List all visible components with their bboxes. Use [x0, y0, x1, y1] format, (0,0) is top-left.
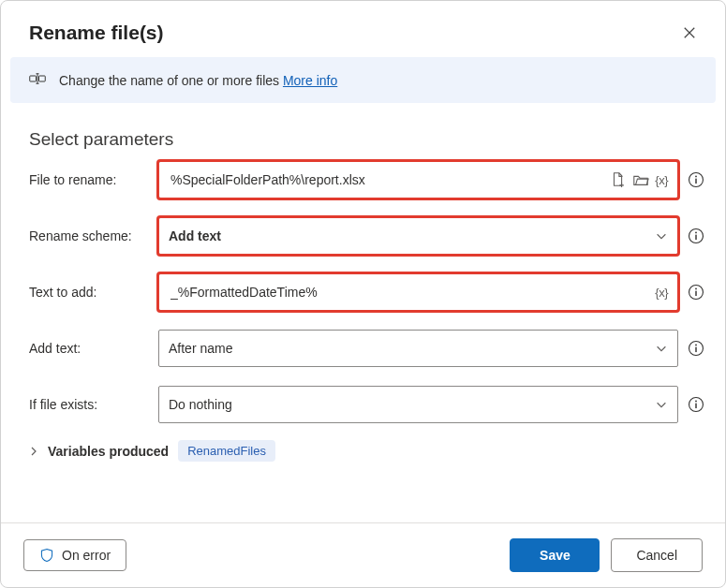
variable-chip[interactable]: RenamedFiles [178, 440, 275, 462]
info-rename-scheme[interactable] [688, 228, 704, 244]
svg-rect-0 [30, 76, 37, 81]
dialog-footer: On error Save Cancel [1, 522, 725, 587]
if-file-exists-value: Do nothing [169, 397, 655, 412]
file-field-icons: {x} [610, 171, 668, 188]
svg-rect-7 [695, 235, 696, 240]
row-file-to-rename: File to rename: {x} [29, 161, 704, 198]
svg-rect-4 [695, 179, 696, 184]
row-rename-scheme: Rename scheme: Add text [29, 217, 704, 255]
row-text-to-add: Text to add: {x} [29, 273, 704, 311]
on-error-button[interactable]: On error [23, 539, 126, 571]
rename-files-dialog: Rename file(s) Change the name of one or… [0, 0, 726, 588]
folder-picker-icon[interactable] [632, 171, 649, 188]
svg-rect-1 [39, 76, 46, 81]
svg-point-9 [695, 288, 697, 290]
info-if-file-exists[interactable] [688, 396, 704, 413]
svg-point-15 [695, 401, 697, 403]
label-file-to-rename: File to rename: [29, 172, 149, 187]
banner-text-content: Change the name of one or more files [59, 73, 283, 88]
label-text-to-add: Text to add: [29, 285, 149, 300]
variable-picker-icon[interactable]: {x} [655, 173, 668, 187]
section-title: Select parameters [1, 103, 725, 157]
info-file-to-rename[interactable] [688, 171, 704, 188]
variables-produced-label: Variables produced [48, 444, 169, 459]
cancel-button[interactable]: Cancel [611, 538, 703, 572]
svg-point-6 [695, 232, 697, 234]
svg-point-3 [695, 176, 697, 178]
svg-rect-16 [695, 404, 696, 408]
rename-scheme-select[interactable]: Add text [158, 217, 678, 255]
chevron-down-icon [655, 398, 668, 411]
label-if-file-exists: If file exists: [29, 397, 149, 412]
dialog-header: Rename file(s) [1, 1, 725, 57]
if-file-exists-select[interactable]: Do nothing [158, 386, 678, 423]
svg-point-12 [695, 345, 697, 346]
file-to-rename-input[interactable]: {x} [158, 161, 678, 198]
shield-icon [39, 548, 54, 563]
parameters-form: File to rename: {x} Rename scheme: [1, 157, 725, 423]
footer-buttons: Save Cancel [510, 538, 703, 572]
text-to-add-input[interactable]: {x} [158, 273, 678, 311]
close-button[interactable] [678, 22, 701, 44]
file-to-rename-text[interactable] [169, 171, 610, 188]
chevron-right-icon [29, 444, 38, 459]
variables-produced-row[interactable]: Variables produced RenamedFiles [1, 423, 725, 462]
chevron-down-icon [655, 342, 668, 355]
svg-rect-13 [695, 347, 696, 352]
label-add-text: Add text: [29, 341, 149, 356]
text-to-add-text[interactable] [169, 284, 655, 301]
dialog-title: Rename file(s) [29, 22, 164, 44]
rename-scheme-value: Add text [169, 228, 655, 243]
save-button[interactable]: Save [510, 538, 600, 572]
banner-text: Change the name of one or more files Mor… [59, 73, 337, 88]
row-add-text: Add text: After name [29, 330, 704, 367]
info-add-text[interactable] [688, 340, 704, 357]
variable-picker-icon[interactable]: {x} [655, 286, 668, 300]
rename-icon [29, 70, 46, 90]
on-error-label: On error [62, 548, 111, 563]
add-text-select[interactable]: After name [158, 330, 678, 367]
add-text-value: After name [169, 341, 655, 356]
close-icon [683, 26, 696, 39]
row-if-file-exists: If file exists: Do nothing [29, 386, 704, 423]
text-field-icons: {x} [655, 286, 668, 300]
svg-rect-10 [695, 291, 696, 296]
info-banner: Change the name of one or more files Mor… [10, 57, 716, 103]
more-info-link[interactable]: More info [283, 73, 337, 88]
info-text-to-add[interactable] [688, 284, 704, 301]
chevron-down-icon [655, 229, 668, 243]
file-picker-icon[interactable] [610, 171, 627, 188]
label-rename-scheme: Rename scheme: [29, 228, 149, 243]
